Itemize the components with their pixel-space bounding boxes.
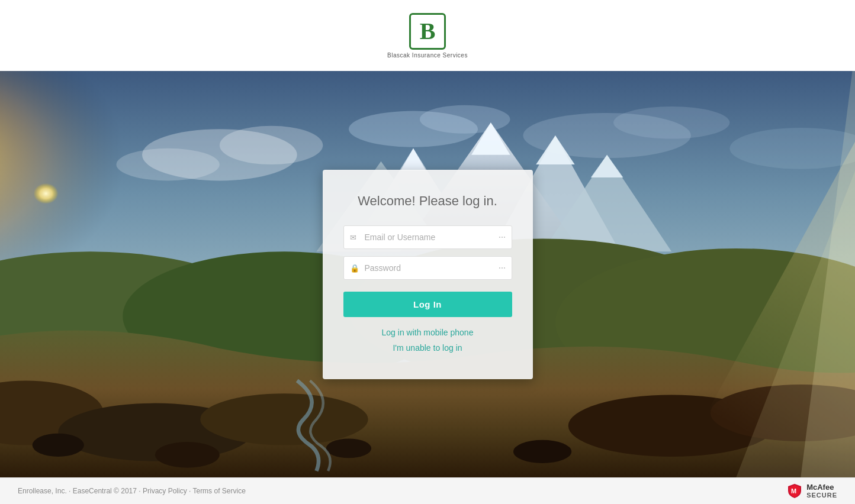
footer-left: Enrollease, Inc. · EaseCentral © 2017 · … xyxy=(18,487,246,495)
email-icon: ✉ xyxy=(350,232,356,241)
footer-separator: · xyxy=(187,487,193,495)
login-card: Welcome! Please log in. ✉ ⋯ 🔒 ⋯ Log In L… xyxy=(323,170,533,379)
svg-point-29 xyxy=(33,434,84,457)
email-input-group: ✉ ⋯ xyxy=(343,225,512,249)
svg-point-32 xyxy=(513,440,571,463)
logo-letter: B xyxy=(420,17,436,45)
logo-box: B xyxy=(409,13,446,50)
svg-point-7 xyxy=(420,105,510,134)
logo-tagline: Blascak Insurance Services xyxy=(387,52,468,59)
terms-link[interactable]: Terms of Service xyxy=(192,487,245,495)
mcafee-shield-icon: M xyxy=(786,483,803,499)
password-input-group: 🔒 ⋯ xyxy=(343,256,512,280)
mcafee-text: McAfee SECURE xyxy=(806,483,837,499)
mobile-login-link[interactable]: Log in with mobile phone xyxy=(343,328,512,337)
privacy-policy-link[interactable]: Privacy Policy xyxy=(143,487,187,495)
svg-point-31 xyxy=(326,439,371,458)
email-toggle-icon[interactable]: ⋯ xyxy=(499,233,506,241)
svg-point-5 xyxy=(116,148,219,181)
footer-right: M McAfee SECURE xyxy=(786,483,837,499)
password-input[interactable] xyxy=(343,256,512,280)
background-section: Welcome! Please log in. ✉ ⋯ 🔒 ⋯ Log In L… xyxy=(0,71,855,477)
svg-text:M: M xyxy=(791,487,796,495)
lock-icon: 🔒 xyxy=(350,263,359,272)
login-title: Welcome! Please log in. xyxy=(343,193,512,209)
email-input[interactable] xyxy=(343,225,512,249)
footer: Enrollease, Inc. · EaseCentral © 2017 · … xyxy=(0,477,855,504)
footer-copyright: Enrollease, Inc. · EaseCentral © 2017 · xyxy=(18,487,143,495)
svg-point-30 xyxy=(155,442,220,468)
svg-point-9 xyxy=(613,106,729,139)
logo-container: B Blascak Insurance Services xyxy=(387,13,468,59)
mcafee-secure-label: SECURE xyxy=(806,492,837,499)
mcafee-brand-label: McAfee xyxy=(806,483,837,492)
login-button[interactable]: Log In xyxy=(343,292,512,317)
unable-login-link[interactable]: I'm unable to log in xyxy=(343,343,512,353)
svg-point-26 xyxy=(200,393,368,445)
header: B Blascak Insurance Services xyxy=(0,0,855,71)
password-toggle-icon[interactable]: ⋯ xyxy=(499,264,506,272)
svg-point-4 xyxy=(220,126,323,164)
